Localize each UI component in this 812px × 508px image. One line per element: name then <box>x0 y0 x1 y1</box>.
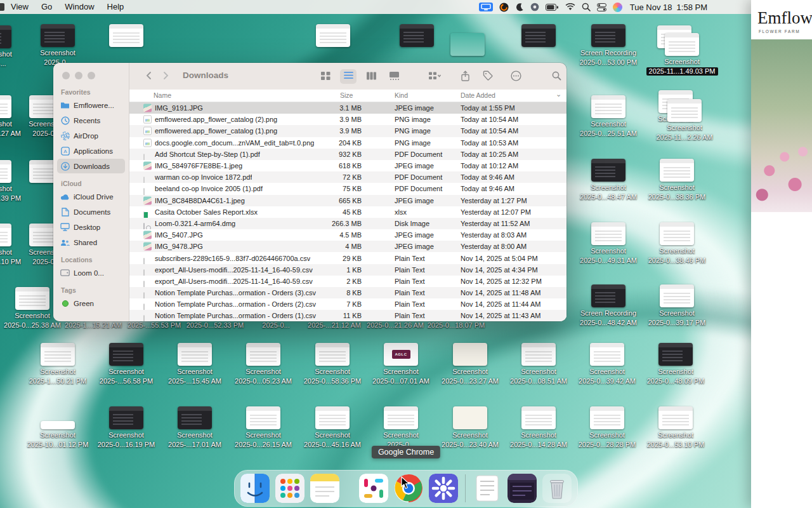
file-row[interactable]: emflowered.app_flower_catalog (2).png3.9… <box>129 114 566 125</box>
desktop-icon[interactable]: Screenshot2025-... <box>0 25 11 68</box>
desktop-icon[interactable]: Screen Recording2025-0...53.00 PM <box>591 24 625 67</box>
file-row[interactable]: Notion Template Purchas...ormation - Ord… <box>129 287 566 298</box>
desktop-icon[interactable] <box>316 24 350 47</box>
forward-button[interactable] <box>157 70 174 83</box>
file-row[interactable]: Add Shortcut Step-by-Step (1).pdf932 KBP… <box>129 149 566 160</box>
file-row[interactable]: emflowered.app_flower_catalog (1).png3.9… <box>129 125 566 137</box>
view-grid-button[interactable] <box>317 70 334 83</box>
sidebar-item-desktop[interactable]: Desktop <box>57 220 125 234</box>
desktop-icon[interactable]: Screenshot2025-11...1.49.03 PM <box>665 33 699 76</box>
search-button[interactable] <box>548 70 565 83</box>
back-button[interactable] <box>141 70 157 83</box>
screen-mirroring-icon[interactable] <box>479 2 493 12</box>
sidebar-item-applications[interactable]: AApplications <box>57 144 125 158</box>
desktop-icon[interactable]: Screenshot2025-0...08.51 AM <box>521 343 556 385</box>
desktop-icon[interactable]: Screenshot2025-0...25.51 AM <box>591 95 625 138</box>
file-row[interactable]: IMG_9191.JPG3.1 MBJPEG imageToday at 1:5… <box>129 102 566 114</box>
sidebar-item-emflowere[interactable]: Emflowere... <box>57 98 125 112</box>
sidebar-item-recents[interactable]: Recents <box>57 113 125 128</box>
menu-view[interactable]: View <box>4 2 35 11</box>
desktop-icon[interactable]: Screenshot2025-0...26.15 AM <box>246 406 280 449</box>
file-row[interactable]: Casita October Sales Report.xlsx45 KBxls… <box>129 206 566 218</box>
spotlight-icon[interactable] <box>582 2 591 12</box>
file-row[interactable]: subscribers-2289c165-9...83f7-d026446670… <box>129 252 566 264</box>
desktop-icon[interactable]: Screenshot2025-0...38.46 PM <box>660 222 694 265</box>
menu-window[interactable]: Window <box>58 2 100 11</box>
desktop-icon[interactable] <box>109 24 143 47</box>
desktop-icon[interactable]: Screenshot2025-0...48.09 PM <box>658 343 693 385</box>
dock-loom-icon[interactable] <box>429 474 458 503</box>
group-button[interactable] <box>426 70 443 83</box>
desktop-icon[interactable]: Screenshot2025-...15.45 AM <box>178 343 212 385</box>
desktop-icon[interactable]: Screenshot2025-0...39.17 PM <box>660 284 694 327</box>
menu-bar-clock[interactable]: 1:58 PM <box>677 3 707 12</box>
sidebar-item-airdrop[interactable]: AirDrop <box>57 128 125 143</box>
dock-finder-icon[interactable] <box>240 474 270 503</box>
desktop-icon[interactable]: Screenshot2025-0...25.38 AM <box>15 287 49 330</box>
file-row[interactable]: IMG_8C84B8DA4C61-1.jpeg665 KBJPEG imageY… <box>129 195 566 206</box>
desktop-icon[interactable]: Screenshot2025-0... <box>384 406 418 449</box>
file-row[interactable]: beeland co-op Invoice 2005 (1).pdf75 KBP… <box>129 183 566 194</box>
file-row[interactable]: Notion Template Purchas...ormation - Ord… <box>129 298 566 310</box>
desktop-icon[interactable]: Screenshot2025-11...2.26 AM <box>667 99 702 142</box>
desktop-icon[interactable]: Screenshot2025-0...48.47 AM <box>591 159 625 201</box>
sort-chevron-icon[interactable]: ⌄ <box>556 90 561 98</box>
desktop-icon[interactable]: Screenshot2025-0...38.36 PM <box>660 159 694 201</box>
dock-minimized-window-icon[interactable] <box>508 474 537 503</box>
menu-help[interactable]: Help <box>101 2 131 11</box>
more-button[interactable] <box>508 70 524 83</box>
desktop-icon[interactable]: Screenshot2025-0...23.40 AM <box>453 406 487 449</box>
view-columns-button[interactable] <box>363 70 379 83</box>
file-row[interactable]: export_All-Users-modifi...2025-11-14_16-… <box>129 276 566 287</box>
share-button[interactable] <box>457 70 473 83</box>
sidebar-item-shared[interactable]: Shared <box>57 235 125 250</box>
file-row[interactable]: export_All-Users-modifi...2025-11-14_16-… <box>129 264 566 276</box>
view-gallery-button[interactable] <box>386 70 402 83</box>
loom-status-icon[interactable] <box>530 2 539 12</box>
desktop-icon[interactable]: Screenshot2025-0...58.36 PM <box>315 343 350 385</box>
file-row[interactable]: docs.google.com_docum...znVAM_edit_tab=t… <box>129 137 566 149</box>
column-header-name[interactable]: Name <box>154 91 171 99</box>
desktop-icon[interactable]: Screenshot2025-0...49.31 AM <box>591 222 625 265</box>
sidebar-item-green[interactable]: Green <box>57 296 125 311</box>
desktop-icon[interactable]: Screenshot2025-1...50.21 PM <box>41 343 75 385</box>
file-row[interactable]: warman co-op Invoice 1872.pdf72 KBPDF Do… <box>129 171 566 183</box>
record-indicator-icon[interactable] <box>499 2 509 12</box>
dock-notes-icon[interactable] <box>310 474 339 503</box>
desktop-icon[interactable]: Screenshot2025-...56.58 PM <box>109 343 143 385</box>
desktop-icon[interactable]: Screenshot2025-10...01.12 PM <box>41 406 75 449</box>
emflower-side-panel[interactable]: Emflower FLOWER FARM <box>751 0 812 508</box>
zoom-button[interactable] <box>88 72 95 79</box>
desktop-icon[interactable]: Screenshot2025-0...16.19 PM <box>109 406 143 449</box>
desktop-icon[interactable] <box>450 33 485 56</box>
column-header-size[interactable]: Size <box>340 91 353 99</box>
sidebar-item-documents[interactable]: Documents <box>57 204 125 219</box>
sidebar-item-icloud-drive[interactable]: iCloud Drive <box>57 189 125 204</box>
close-button[interactable] <box>62 72 70 79</box>
desktop-icon[interactable]: Screenshot2025-0...5.39 PM <box>0 160 11 203</box>
minimize-button[interactable] <box>75 72 82 79</box>
file-row[interactable]: IMG_5407.JPG4.5 MBJPEG imageYesterday at… <box>129 229 566 241</box>
desktop-icon[interactable]: Screenshot2025-0... <box>41 24 75 67</box>
dock-document-icon[interactable] <box>473 474 502 503</box>
battery-icon[interactable] <box>546 2 559 12</box>
desktop-icon[interactable]: AGLCScreenshot2025-0...07.01 AM <box>384 343 418 385</box>
desktop-icon[interactable]: Screenshot2025-0...05.23 AM <box>246 343 280 385</box>
menu-bar-date[interactable]: Tue Nov 18 <box>630 3 672 12</box>
wifi-icon[interactable] <box>565 2 575 12</box>
desktop-icon[interactable]: Screenshot2025-0...28.28 PM <box>590 406 624 449</box>
view-list-button[interactable] <box>340 69 357 84</box>
column-header-kind[interactable]: Kind <box>395 91 408 99</box>
file-row[interactable]: Loom-0.321.4-arm64.dmg266.3 MBDisk Image… <box>129 218 566 229</box>
dock-launchpad-icon[interactable] <box>275 474 304 503</box>
tag-button[interactable] <box>480 70 496 83</box>
desktop-icon[interactable]: Screenshot2025-0...45.16 AM <box>315 406 350 449</box>
desktop-icon[interactable] <box>400 24 434 47</box>
column-header-date-added[interactable]: Date Added <box>461 91 495 99</box>
desktop-icon[interactable]: Screenshot2025-...17.01 AM <box>178 406 212 449</box>
desktop-icon[interactable]: Screenshot2025-0...23.27 AM <box>453 343 487 385</box>
dock-trash-icon[interactable] <box>542 474 572 503</box>
moon-icon[interactable] <box>515 2 524 12</box>
file-row[interactable]: IMG_584976F7E8BE-1.jpeg618 KBJPEG imageT… <box>129 160 566 171</box>
file-row[interactable]: IMG_9478.JPG4 MBJPEG imageYesterday at 8… <box>129 241 566 252</box>
